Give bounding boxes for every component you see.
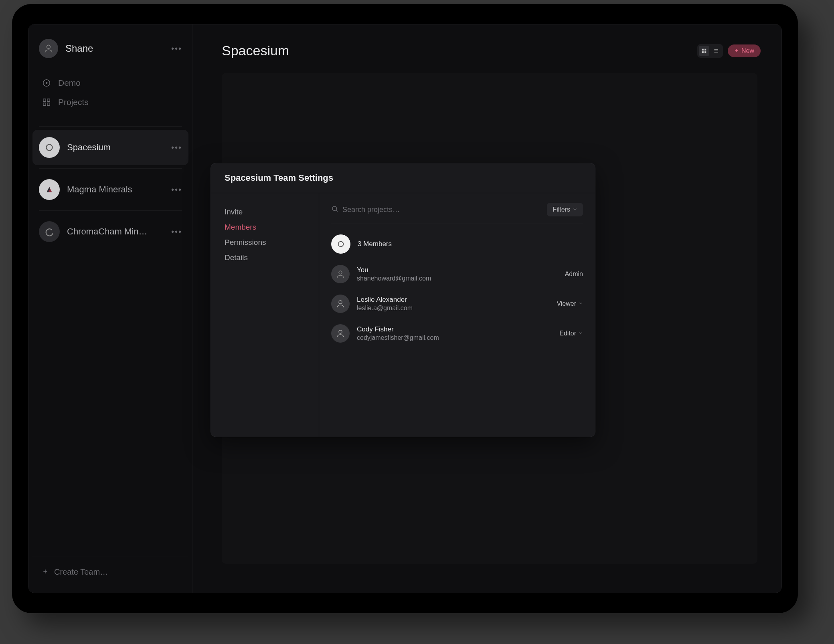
more-icon[interactable]: ••• <box>171 227 182 236</box>
member-row: Cody Fisher codyjamesfisher@gmail.com Ed… <box>331 319 583 348</box>
grid-icon <box>42 98 51 107</box>
page-title: Spacesium <box>222 43 289 59</box>
svg-point-12 <box>332 206 337 211</box>
member-avatar <box>331 265 350 283</box>
main: Spacesium New <box>193 24 781 593</box>
new-button-label: New <box>741 47 754 55</box>
svg-rect-10 <box>702 51 704 53</box>
nav-label: Projects <box>58 97 89 107</box>
user-avatar <box>39 39 58 58</box>
member-email: codyjamesfisher@gmail.com <box>357 334 552 341</box>
filters-button[interactable]: Filters <box>547 203 583 216</box>
member-info: You shanehoward@gmail.com <box>357 266 558 282</box>
svg-point-16 <box>339 301 342 304</box>
svg-rect-4 <box>43 103 46 105</box>
modal-body: Invite Members Permissions Details <box>211 193 595 437</box>
plus-icon <box>734 47 739 55</box>
chevron-down-icon <box>573 206 577 213</box>
grid-view-button[interactable] <box>699 46 709 56</box>
member-email: leslie.a@gmail.com <box>357 305 549 312</box>
member-role-dropdown[interactable]: Editor <box>559 330 583 337</box>
sidebar: Shane ••• Demo <box>28 24 193 593</box>
role-label: Editor <box>559 330 576 337</box>
more-icon[interactable]: ••• <box>171 143 182 152</box>
member-count: 3 Members <box>358 240 392 248</box>
nav-label: Demo <box>58 78 81 88</box>
main-header: Spacesium New <box>193 24 781 67</box>
chevron-down-icon <box>578 330 583 337</box>
team-label: ChromaCham Min… <box>67 226 164 237</box>
team-settings-modal: Spacesium Team Settings Invite Members P… <box>211 163 595 437</box>
search-row: Filters <box>331 203 583 224</box>
member-summary: 3 Members <box>331 224 583 259</box>
team-avatar <box>39 137 60 158</box>
app-shell: Shane ••• Demo <box>28 24 782 593</box>
member-row: You shanehoward@gmail.com Admin <box>331 259 583 289</box>
search-wrap <box>331 205 541 214</box>
view-switch <box>697 44 723 58</box>
member-role: Admin <box>565 271 583 278</box>
list-view-button[interactable] <box>711 46 721 56</box>
filters-label: Filters <box>553 206 570 213</box>
svg-rect-5 <box>47 103 50 105</box>
svg-point-0 <box>47 45 51 48</box>
svg-point-15 <box>339 271 342 274</box>
modal-nav-invite[interactable]: Invite <box>225 204 305 220</box>
new-button[interactable]: New <box>728 44 761 57</box>
header-actions: New <box>697 44 761 58</box>
divider <box>39 168 182 169</box>
team-row-chroma[interactable]: ChromaCham Min… ••• <box>32 214 188 249</box>
modal-nav-permissions[interactable]: Permissions <box>225 235 305 250</box>
device-frame: Shane ••• Demo <box>12 4 798 613</box>
nav-list: Demo Projects <box>32 73 188 123</box>
svg-point-17 <box>339 330 342 333</box>
team-label: Spacesium <box>67 142 164 153</box>
member-name: You <box>357 266 558 274</box>
modal-content: Filters 3 Members <box>319 193 595 437</box>
create-team-label: Create Team… <box>54 567 108 577</box>
team-row-magma[interactable]: Magma Minerals ••• <box>32 172 188 207</box>
team-label: Magma Minerals <box>67 184 164 195</box>
search-icon <box>331 205 338 214</box>
member-name: Leslie Alexander <box>357 296 549 304</box>
create-team-button[interactable]: Create Team… <box>36 562 185 582</box>
modal-nav-members[interactable]: Members <box>225 220 305 235</box>
role-label: Viewer <box>557 300 576 307</box>
divider <box>39 210 182 211</box>
member-avatar <box>331 324 350 343</box>
member-row: Leslie Alexander leslie.a@gmail.com View… <box>331 289 583 319</box>
svg-rect-2 <box>43 99 46 101</box>
member-role-dropdown[interactable]: Viewer <box>557 300 583 307</box>
member-info: Leslie Alexander leslie.a@gmail.com <box>357 296 549 312</box>
member-name: Cody Fisher <box>357 325 552 333</box>
modal-nav: Invite Members Permissions Details <box>211 193 319 437</box>
modal-title: Spacesium Team Settings <box>211 163 595 193</box>
svg-rect-11 <box>704 51 706 53</box>
svg-rect-8 <box>702 48 704 50</box>
nav-item-demo[interactable]: Demo <box>34 73 187 93</box>
search-input[interactable] <box>342 206 541 214</box>
team-avatar <box>39 221 60 242</box>
svg-point-14 <box>342 242 343 243</box>
svg-point-7 <box>51 145 52 146</box>
chevron-down-icon <box>578 300 583 307</box>
sidebar-footer: Create Team… <box>32 557 188 589</box>
nav-item-projects[interactable]: Projects <box>34 93 187 112</box>
plus-icon <box>42 567 49 577</box>
member-avatar <box>331 295 350 313</box>
svg-rect-9 <box>704 48 706 50</box>
user-row[interactable]: Shane ••• <box>32 34 188 63</box>
user-name: Shane <box>65 43 164 54</box>
member-email: shanehoward@gmail.com <box>357 275 558 282</box>
team-row-spacesium[interactable]: Spacesium ••• <box>32 130 188 165</box>
team-avatar <box>331 234 350 254</box>
more-icon[interactable]: ••• <box>171 185 182 194</box>
team-list: Spacesium ••• Magma Minerals ••• <box>32 130 188 552</box>
play-circle-icon <box>42 79 51 87</box>
team-avatar <box>39 179 60 200</box>
role-label: Admin <box>565 271 583 278</box>
more-icon[interactable]: ••• <box>171 44 182 53</box>
modal-nav-details[interactable]: Details <box>225 250 305 265</box>
divider <box>39 126 182 127</box>
member-info: Cody Fisher codyjamesfisher@gmail.com <box>357 325 552 341</box>
